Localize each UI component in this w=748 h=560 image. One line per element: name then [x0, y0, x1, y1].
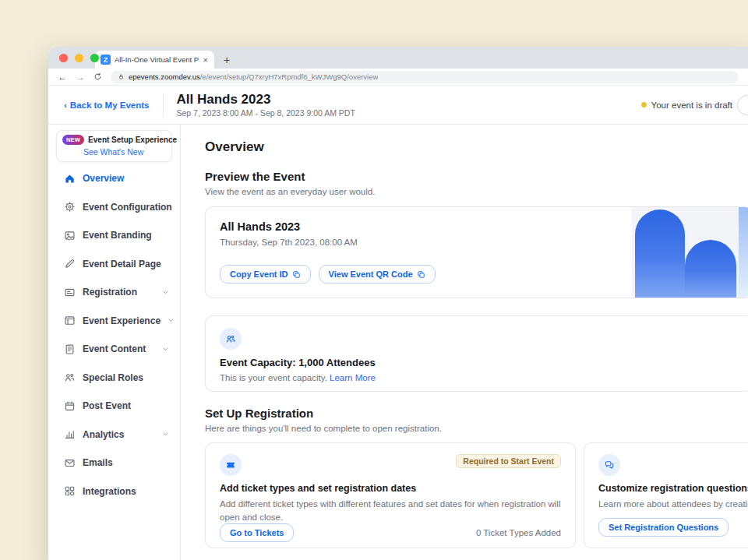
event-artwork: [632, 207, 748, 298]
attendees-icon-circle: [220, 328, 242, 350]
browser-url-bar: ← → epevents.zoomdev.us/e/event/setup/Q7…: [48, 69, 748, 86]
draft-status-text: Your event is in draft: [651, 100, 732, 110]
maximize-window-button[interactable]: [90, 54, 99, 62]
registration-section-title: Set Up Registration: [205, 407, 748, 420]
sidebar-item-event-configuration[interactable]: Event Configuration: [48, 193, 180, 222]
back-chevron-icon: ‹: [64, 100, 67, 110]
window-icon: [64, 315, 76, 326]
sidebar-item-integrations[interactable]: Integrations: [48, 477, 180, 506]
setup-sidebar: NEW Event Setup Experience See What's Ne…: [48, 125, 181, 560]
ticket-icon: [225, 460, 236, 470]
preview-section-title: Preview the Event: [205, 170, 748, 183]
integrations-icon: [64, 485, 76, 497]
event-capacity-card: Event Capacity: 1,000 Attendees This is …: [205, 315, 748, 392]
promo-title: Event Setup Experience: [88, 136, 177, 144]
view-event-qr-code-button[interactable]: View Event QR Code: [319, 265, 436, 284]
mail-icon: [64, 457, 76, 469]
questions-card-title: Customize registration questions: [598, 483, 748, 494]
url-domain: epevents.zoomdev.us: [129, 72, 200, 81]
capacity-title: Event Capacity: 1,000 Attendees: [220, 357, 738, 368]
sidebar-item-registration[interactable]: Registration: [48, 278, 180, 307]
copy-event-id-button[interactable]: Copy Event ID: [220, 265, 311, 284]
card-icon: [64, 287, 76, 298]
new-tab-button[interactable]: +: [224, 54, 230, 66]
sidebar-nav: Overview Event Configuration Event Brand…: [48, 164, 180, 505]
required-badge: Required to Start Event: [456, 454, 561, 468]
browser-tab[interactable]: Z All-In-One Virtual Event Platfor ×: [95, 51, 214, 69]
event-header: ‹ Back to My Events All Hands 2023 Sep 7…: [48, 86, 748, 125]
chevron-down-icon: [162, 346, 169, 353]
back-to-my-events-link[interactable]: ‹ Back to My Events: [64, 100, 149, 110]
questions-card-desc: Learn more about attendees by creating c…: [598, 498, 748, 511]
sidebar-item-special-roles[interactable]: Special Roles: [48, 364, 180, 393]
image-icon: [64, 230, 76, 241]
pencil-icon: [64, 258, 76, 269]
browser-window: Z All-In-One Virtual Event Platfor × + ←…: [48, 47, 748, 560]
close-tab-icon[interactable]: ×: [203, 55, 209, 65]
lock-icon: [118, 73, 125, 80]
new-experience-card[interactable]: NEW Event Setup Experience See What's Ne…: [56, 130, 172, 162]
gear-icon: [64, 201, 76, 213]
draft-status: Your event is in draft: [641, 100, 732, 110]
registration-section-desc: Here are things you'll need to complete …: [205, 424, 748, 433]
minimize-window-button[interactable]: [75, 54, 83, 62]
ticket-icon-circle: [220, 454, 242, 476]
ticket-types-count: 0 Ticket Types Added: [476, 528, 561, 537]
learn-more-link[interactable]: Learn More: [330, 373, 376, 382]
new-badge: NEW: [62, 135, 84, 145]
people-icon: [64, 372, 76, 383]
see-whats-new-link[interactable]: See What's New: [83, 147, 166, 157]
event-title: All Hands 2023: [176, 92, 355, 107]
draft-status-dot: [641, 102, 647, 107]
zoom-favicon-icon: Z: [101, 55, 111, 65]
preview-section-desc: View the event as an everyday user would…: [205, 187, 748, 196]
back-arrow-icon[interactable]: ←: [58, 72, 67, 82]
sidebar-item-event-branding[interactable]: Event Branding: [48, 221, 180, 250]
go-to-tickets-button[interactable]: Go to Tickets: [220, 523, 294, 542]
chat-icon-circle: [598, 454, 620, 476]
sidebar-item-overview[interactable]: Overview: [48, 164, 180, 193]
bar-chart-icon: [64, 428, 76, 440]
event-preview-card: All Hands 2023 Thursday, Sep 7th 2023, 0…: [205, 206, 748, 298]
page-title: Overview: [205, 139, 748, 155]
document-icon: [64, 343, 76, 355]
registration-questions-card: Customize registration questions Learn m…: [584, 442, 748, 548]
registration-cards-row: Required to Start Event Add ticket types…: [205, 442, 748, 548]
tickets-card-desc: Add different ticket types with differen…: [220, 498, 561, 523]
artwork-arch-shape: [635, 210, 685, 298]
calendar-icon: [64, 400, 76, 412]
sidebar-item-analytics[interactable]: Analytics: [48, 421, 180, 449]
chat-icon: [604, 460, 615, 470]
chevron-down-icon: [162, 431, 169, 438]
tickets-card-title: Add ticket types and set registration da…: [220, 483, 561, 494]
capacity-desc: This is your event capacity. Learn More: [220, 373, 738, 382]
copy-icon: [417, 270, 425, 279]
publish-button-partial[interactable]: [737, 95, 748, 115]
artwork-arch-shape: [685, 240, 736, 298]
event-date-range: Sep 7, 2023 8:00 AM - Sep 8, 2023 9:00 A…: [176, 108, 355, 118]
set-registration-questions-button[interactable]: Set Registration Questions: [598, 518, 729, 537]
tab-title: All-In-One Virtual Event Platfor: [115, 55, 199, 64]
home-icon: [64, 173, 76, 185]
sidebar-item-event-experience[interactable]: Event Experience: [48, 307, 180, 336]
browser-tab-bar: Z All-In-One Virtual Event Platfor × +: [48, 47, 748, 69]
forward-arrow-icon[interactable]: →: [76, 72, 85, 82]
sidebar-item-event-content[interactable]: Event Content: [48, 335, 180, 364]
copy-icon: [292, 270, 301, 279]
url-text: epevents.zoomdev.us/e/event/setup/Q7xryH…: [129, 72, 378, 81]
header-divider: [163, 93, 164, 117]
url-path: /e/event/setup/Q7xryH7xRpmdf6_kWJWg9Q/ov…: [200, 72, 379, 81]
sidebar-item-emails[interactable]: Emails: [48, 449, 180, 477]
event-title-block: All Hands 2023 Sep 7, 2023 8:00 AM - Sep…: [176, 92, 355, 118]
reload-icon[interactable]: [94, 72, 102, 81]
tickets-card: Required to Start Event Add ticket types…: [205, 442, 576, 548]
artwork-band-shape: [739, 207, 748, 298]
sidebar-item-post-event[interactable]: Post Event: [48, 392, 180, 421]
people-icon: [225, 333, 236, 344]
close-window-button[interactable]: [59, 54, 68, 62]
overview-main: Overview Preview the Event View the even…: [181, 125, 748, 560]
chevron-down-icon: [162, 289, 169, 296]
sidebar-item-event-detail-page[interactable]: Event Detail Page: [48, 250, 180, 279]
window-controls: [59, 54, 99, 62]
address-bar[interactable]: epevents.zoomdev.us/e/event/setup/Q7xryH…: [111, 71, 739, 83]
